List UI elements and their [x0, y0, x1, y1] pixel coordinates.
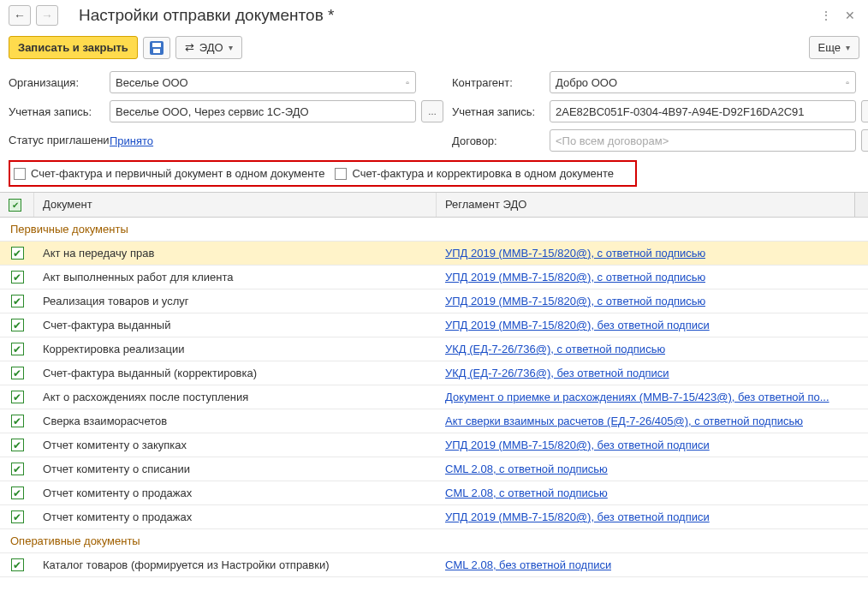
row-check-cell[interactable]: ✔: [0, 481, 34, 504]
documents-table: ✔ Документ Регламент ЭДО Первичные докум…: [0, 192, 868, 590]
reg-link[interactable]: УПД 2019 (ММВ-7-15/820@), с ответной под…: [445, 271, 705, 284]
check2-label: Счет-фактура и корректировка в одном док…: [352, 167, 614, 180]
check-icon: ✔: [11, 439, 24, 451]
header-reg[interactable]: Регламент ЭДО: [437, 193, 854, 217]
table-row[interactable]: ✔Отчет комитенту о продажахCML 2.08, с о…: [0, 481, 868, 505]
more-button[interactable]: Еще ▾: [809, 36, 859, 59]
reg-link[interactable]: УКД (ЕД-7-26/736@), без ответной подписи: [445, 367, 669, 379]
reg-link[interactable]: УПД 2019 (ММВ-7-15/820@), без ответной п…: [445, 319, 710, 331]
close-icon[interactable]: ✕: [841, 6, 859, 25]
reg-link[interactable]: УКД (ЕД-7-26/736@), с ответной подписью: [445, 343, 665, 355]
left-acct-ellipsis-button[interactable]: …: [421, 100, 443, 122]
save-icon: [150, 41, 163, 55]
reg-link[interactable]: Акт сверки взаимных расчетов (ЕД-7-26/40…: [445, 415, 803, 427]
left-acct-field[interactable]: Веселье ООО, Через сервис 1С-ЭДО: [110, 100, 416, 122]
row-doc: Корректировка реализации: [34, 337, 437, 361]
reg-link[interactable]: Документ о приемке и расхождениях (ММВ-7…: [445, 391, 829, 403]
edo-button[interactable]: ⇄ ЭДО ▾: [175, 36, 242, 59]
table-row[interactable]: ✔Каталог товаров (формируется из Настрой…: [0, 553, 868, 577]
page-title: Настройки отправки документов *: [79, 6, 812, 25]
row-check-cell[interactable]: ✔: [0, 433, 34, 457]
row-check-cell[interactable]: ✔: [0, 553, 34, 576]
row-check-cell[interactable]: ✔: [0, 290, 34, 313]
row-reg: CML 2.08, с ответной подписью: [437, 457, 868, 481]
reg-link[interactable]: УПД 2019 (ММВ-7-15/820@), без ответной п…: [445, 439, 710, 451]
row-check-cell[interactable]: ✔: [0, 505, 34, 528]
save-close-label: Записать и закрыть: [18, 41, 128, 54]
svg-rect-2: [153, 49, 160, 53]
counter-field[interactable]: Добро ООО ▫: [550, 71, 856, 93]
save-close-button[interactable]: Записать и закрыть: [9, 36, 138, 59]
right-acct-ellipsis-button[interactable]: …: [861, 100, 868, 122]
table-row[interactable]: ✔Счет-фактура выданный (корректировка)УК…: [0, 361, 868, 385]
row-check-cell[interactable]: ✔: [0, 266, 34, 289]
back-button[interactable]: ←: [9, 5, 31, 26]
org-field[interactable]: Веселье ООО ▫: [110, 71, 416, 93]
table-row[interactable]: ✔Отчет комитенту о закупкахУПД 2019 (ММВ…: [0, 433, 868, 457]
row-check-cell[interactable]: ✔: [0, 337, 34, 361]
row-doc: Сверка взаиморасчетов: [34, 409, 437, 433]
row-doc: Отчет комитенту о списании: [34, 457, 437, 481]
counter-value: Добро ООО: [556, 76, 840, 89]
row-doc: Реализация товаров и услуг: [34, 290, 437, 313]
contract-field[interactable]: <По всем договорам>: [550, 129, 856, 152]
save-button[interactable]: [143, 37, 170, 59]
status-link[interactable]: Принято: [110, 134, 153, 147]
org-value: Веселье ООО: [116, 76, 400, 89]
forward-button[interactable]: →: [36, 5, 58, 26]
row-check-cell[interactable]: ✔: [0, 385, 34, 409]
check-icon: ✔: [11, 367, 24, 379]
check-icon: ✔: [11, 247, 24, 260]
toolbar: Записать и закрыть ⇄ ЭДО ▾ Еще ▾: [0, 33, 868, 68]
row-check-cell[interactable]: ✔: [0, 457, 34, 481]
open-picker-icon[interactable]: ▫: [840, 71, 855, 93]
check-invoice-correction[interactable]: Счет-фактура и корректировка в одном док…: [335, 167, 614, 180]
check-icon: ✔: [11, 271, 24, 284]
row-reg: CML 2.08, с ответной подписью: [437, 481, 868, 504]
check-icon: ✔: [11, 463, 24, 475]
menu-dots-icon[interactable]: ⋮: [817, 6, 835, 25]
table-row[interactable]: ✔Сверка взаиморасчетовАкт сверки взаимны…: [0, 409, 868, 433]
table-row[interactable]: ✔Реализация товаров и услугУПД 2019 (ММВ…: [0, 290, 868, 313]
reg-link[interactable]: УПД 2019 (ММВ-7-15/820@), без ответной п…: [445, 510, 710, 523]
reg-link[interactable]: УПД 2019 (ММВ-7-15/820@), с ответной под…: [445, 295, 705, 307]
table-body: Первичные документы✔Акт на передачу прав…: [0, 218, 868, 590]
row-check-cell[interactable]: ✔: [0, 242, 34, 265]
row-check-cell[interactable]: ✔: [0, 409, 34, 433]
table-row[interactable]: ✔Корректировка реализацииУКД (ЕД-7-26/73…: [0, 337, 868, 361]
table-row[interactable]: ✔Акт о расхождениях после поступленияДок…: [0, 385, 868, 409]
check-icon: ✔: [11, 558, 24, 571]
right-acct-field[interactable]: 2AE82BC051F-0304-4B97-A94E-D92F16DA2C91: [550, 100, 856, 122]
row-reg: УПД 2019 (ММВ-7-15/820@), с ответной под…: [437, 290, 868, 313]
check-icon: ✔: [11, 391, 24, 403]
org-label: Организация:: [9, 76, 104, 89]
form-grid: Организация: Веселье ООО ▫ Контрагент: Д…: [0, 68, 868, 158]
check-invoice-primary[interactable]: Счет-фактура и первичный документ в одно…: [14, 167, 324, 180]
checkbox-icon: [14, 168, 26, 180]
contract-ellipsis-button[interactable]: …: [861, 129, 868, 152]
check-icon: ✔: [11, 415, 24, 427]
exchange-icon: ⇄: [185, 41, 194, 54]
table-row[interactable]: ✔Акт на передачу правУПД 2019 (ММВ-7-15/…: [0, 242, 868, 266]
checkbox-icon: [335, 168, 347, 180]
row-check-cell[interactable]: ✔: [0, 313, 34, 337]
chevron-down-icon: ▾: [846, 43, 850, 52]
table-row[interactable]: ✔Счет-фактура выданныйУПД 2019 (ММВ-7-15…: [0, 313, 868, 337]
row-reg: УПД 2019 (ММВ-7-15/820@), без ответной п…: [437, 433, 868, 457]
table-row[interactable]: ✔Отчет комитенту о продажахУПД 2019 (ММВ…: [0, 505, 868, 529]
row-doc: Акт выполненных работ для клиента: [34, 266, 437, 289]
reg-link[interactable]: CML 2.08, без ответной подписи: [445, 558, 611, 571]
row-check-cell[interactable]: ✔: [0, 361, 34, 385]
row-reg: Акт сверки взаимных расчетов (ЕД-7-26/40…: [437, 409, 868, 433]
contract-placeholder: <По всем договорам>: [556, 134, 669, 147]
counter-label: Контрагент:: [452, 76, 544, 89]
table-row[interactable]: ✔Акт выполненных работ для клиентаУПД 20…: [0, 266, 868, 290]
header-check-cell[interactable]: ✔: [0, 193, 34, 217]
reg-link[interactable]: CML 2.08, с ответной подписью: [445, 487, 608, 499]
group-row: Оперативные документы: [0, 529, 868, 553]
header-doc[interactable]: Документ: [34, 193, 437, 217]
reg-link[interactable]: CML 2.08, с ответной подписью: [445, 463, 608, 475]
reg-link[interactable]: УПД 2019 (ММВ-7-15/820@), с ответной под…: [445, 247, 705, 260]
table-row[interactable]: ✔Отчет комитенту о списанииCML 2.08, с о…: [0, 457, 868, 481]
open-picker-icon[interactable]: ▫: [400, 71, 415, 93]
